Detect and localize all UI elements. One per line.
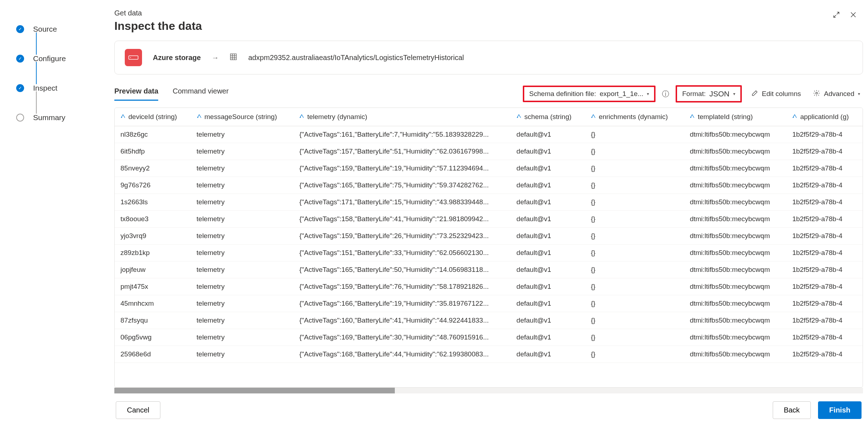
cell-messageSource: telemetry <box>191 143 294 160</box>
column-header-applicationId[interactable]: applicationId (g) <box>786 108 863 126</box>
tab-preview-data[interactable]: Preview data <box>114 87 158 101</box>
step-configure[interactable]: ✓Configure <box>16 44 108 73</box>
column-header-enrichments[interactable]: enrichments (dynamic) <box>585 108 684 126</box>
cell-telemetry: {"ActiveTags":159,"BatteryLife":26,"Humi… <box>293 228 511 245</box>
cell-deviceId: yjo3vrq9 <box>115 228 191 245</box>
format-label: Format: <box>682 90 705 98</box>
cell-schema: default@v1 <box>511 160 585 177</box>
table-row[interactable]: 6it5hdfptelemetry{"ActiveTags":157,"Batt… <box>115 143 863 160</box>
cell-templateId: dtmi:ltifbs50b:mecybcwqm <box>684 261 786 278</box>
cell-deviceId: 06pg5vwg <box>115 329 191 346</box>
cell-templateId: dtmi:ltifbs50b:mecybcwqm <box>684 160 786 177</box>
info-icon[interactable]: ⓘ <box>662 89 669 99</box>
cell-messageSource: telemetry <box>191 177 294 194</box>
cell-telemetry: {"ActiveTags":160,"BatteryLife":41,"Humi… <box>293 312 511 329</box>
cell-templateId: dtmi:ltifbs50b:mecybcwqm <box>684 126 786 143</box>
cell-templateId: dtmi:ltifbs50b:mecybcwqm <box>684 346 786 363</box>
column-header-messageSource[interactable]: messageSource (string) <box>191 108 294 126</box>
cell-messageSource: telemetry <box>191 312 294 329</box>
cell-deviceId: 25968e6d <box>115 346 191 363</box>
cell-deviceId: z89zb1kp <box>115 245 191 261</box>
svg-point-3 <box>816 92 818 94</box>
cell-deviceId: 45mnhcxm <box>115 295 191 312</box>
tab-command-viewer[interactable]: Command viewer <box>173 87 229 101</box>
cell-enrichments: {} <box>585 228 684 245</box>
source-path: adxpm29352.australiaeast/IoTAnalytics/Lo… <box>248 54 464 62</box>
step-summary[interactable]: Summary <box>16 103 108 132</box>
cell-enrichments: {} <box>585 329 684 346</box>
cancel-button[interactable]: Cancel <box>116 401 160 419</box>
step-connector <box>36 62 37 84</box>
table-row[interactable]: 1s2663lstelemetry{"ActiveTags":171,"Batt… <box>115 194 863 211</box>
cell-enrichments: {} <box>585 126 684 143</box>
column-header-schema[interactable]: schema (string) <box>511 108 585 126</box>
cell-messageSource: telemetry <box>191 245 294 261</box>
table-row[interactable]: 87zfsyqutelemetry{"ActiveTags":160,"Batt… <box>115 312 863 329</box>
finish-button[interactable]: Finish <box>818 401 862 419</box>
cell-enrichments: {} <box>585 177 684 194</box>
format-dropdown[interactable]: Format: JSON ▾ <box>676 85 741 102</box>
table-row[interactable]: z89zb1kptelemetry{"ActiveTags":151,"Batt… <box>115 245 863 261</box>
cell-telemetry: {"ActiveTags":157,"BatteryLife":51,"Humi… <box>293 143 511 160</box>
table-row[interactable]: 25968e6dtelemetry{"ActiveTags":168,"Batt… <box>115 346 863 363</box>
column-header-templateId[interactable]: templateId (string) <box>684 108 786 126</box>
step-label: Configure <box>33 54 66 63</box>
cell-messageSource: telemetry <box>191 160 294 177</box>
cell-telemetry: {"ActiveTags":165,"BatteryLife":75,"Humi… <box>293 177 511 194</box>
cell-schema: default@v1 <box>511 245 585 261</box>
table-row[interactable]: pmjt475xtelemetry{"ActiveTags":159,"Batt… <box>115 278 863 295</box>
table-row[interactable]: 45mnhcxmtelemetry{"ActiveTags":166,"Batt… <box>115 295 863 312</box>
cell-templateId: dtmi:ltifbs50b:mecybcwqm <box>684 295 786 312</box>
schema-file-dropdown[interactable]: Schema definition file: export_1_1e... ▾ <box>523 86 655 102</box>
schema-label: Schema definition file: <box>529 90 596 98</box>
scrollbar-thumb[interactable] <box>114 388 395 393</box>
check-circle-icon: ✓ <box>16 84 24 92</box>
cell-telemetry: {"ActiveTags":169,"BatteryLife":30,"Humi… <box>293 329 511 346</box>
datatype-icon <box>120 114 125 120</box>
table-row[interactable]: yjo3vrq9telemetry{"ActiveTags":159,"Batt… <box>115 228 863 245</box>
cell-applicationId: 1b2f5f29-a78b-4 <box>786 312 863 329</box>
cell-schema: default@v1 <box>511 194 585 211</box>
column-header-deviceId[interactable]: deviceId (string) <box>115 108 191 126</box>
page-title: Inspect the data <box>114 19 863 33</box>
source-service: Azure storage <box>153 54 201 62</box>
back-button[interactable]: Back <box>773 401 811 419</box>
cell-applicationId: 1b2f5f29-a78b-4 <box>786 228 863 245</box>
column-header-label: templateId (string) <box>698 113 753 120</box>
table-row[interactable]: 9g76s726telemetry{"ActiveTags":165,"Batt… <box>115 177 863 194</box>
cell-applicationId: 1b2f5f29-a78b-4 <box>786 261 863 278</box>
cell-schema: default@v1 <box>511 329 585 346</box>
cell-templateId: dtmi:ltifbs50b:mecybcwqm <box>684 312 786 329</box>
edit-columns-button[interactable]: Edit columns <box>748 87 804 101</box>
tabs: Preview dataCommand viewer <box>114 87 229 101</box>
check-circle-icon: ✓ <box>16 25 24 33</box>
cell-enrichments: {} <box>585 278 684 295</box>
table-icon <box>229 53 237 63</box>
arrow-right-icon: → <box>211 54 219 62</box>
expand-icon[interactable] <box>832 11 840 21</box>
horizontal-scrollbar[interactable] <box>114 388 863 393</box>
cell-applicationId: 1b2f5f29-a78b-4 <box>786 126 863 143</box>
advanced-button[interactable]: Advanced ▾ <box>810 87 863 101</box>
close-icon[interactable] <box>849 11 857 21</box>
cell-enrichments: {} <box>585 160 684 177</box>
table-row[interactable]: jopjfeuwtelemetry{"ActiveTags":165,"Batt… <box>115 261 863 278</box>
cell-schema: default@v1 <box>511 346 585 363</box>
cell-telemetry: {"ActiveTags":166,"BatteryLife":19,"Humi… <box>293 295 511 312</box>
datatype-icon <box>299 114 304 120</box>
table-row[interactable]: 06pg5vwgtelemetry{"ActiveTags":169,"Batt… <box>115 329 863 346</box>
content-area: Get data Inspect the data Azure storage … <box>108 0 868 424</box>
step-inspect[interactable]: ✓Inspect <box>16 73 108 103</box>
data-table-container: deviceId (string)messageSource (string)t… <box>114 108 863 388</box>
cell-applicationId: 1b2f5f29-a78b-4 <box>786 245 863 261</box>
table-row[interactable]: tx8ooue3telemetry{"ActiveTags":158,"Batt… <box>115 211 863 228</box>
cell-deviceId: 85nveyy2 <box>115 160 191 177</box>
column-header-telemetry[interactable]: telemetry (dynamic) <box>293 108 511 126</box>
cell-deviceId: 9g76s726 <box>115 177 191 194</box>
cell-schema: default@v1 <box>511 126 585 143</box>
datatype-icon <box>690 114 695 120</box>
step-source[interactable]: ✓Source <box>16 14 108 44</box>
table-row[interactable]: nl38z6gctelemetry{"ActiveTags":161,"Batt… <box>115 126 863 143</box>
cell-schema: default@v1 <box>511 177 585 194</box>
table-row[interactable]: 85nveyy2telemetry{"ActiveTags":159,"Batt… <box>115 160 863 177</box>
